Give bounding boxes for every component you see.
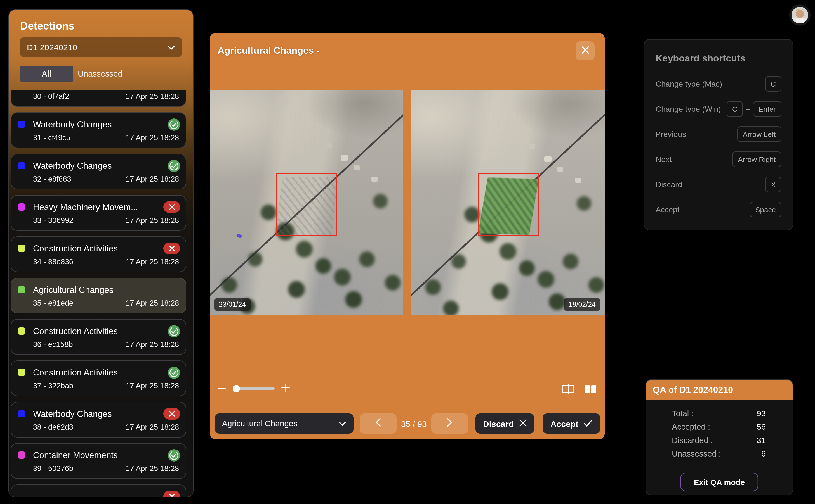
detection-type-label: Construction Activities — [33, 326, 168, 336]
type-color-swatch — [18, 121, 25, 128]
detection-bounding-box — [478, 173, 539, 236]
detection-list-item[interactable]: Agricultural Changes 35 - e81ede 17 Apr … — [11, 278, 186, 313]
zoom-slider-thumb[interactable] — [233, 385, 240, 392]
side-by-side-view-icon[interactable] — [583, 382, 598, 396]
after-date-label: 18/02/24 — [564, 298, 600, 311]
type-color-swatch — [18, 451, 25, 459]
keycap: X — [766, 177, 781, 192]
detection-item-meta-row: 38 - de62d3 17 Apr 25 18:28 — [33, 423, 179, 431]
accepted-status-icon — [168, 325, 180, 337]
shortcut-row: Previous Arrow Left — [656, 125, 781, 144]
shortcut-label: Previous — [656, 130, 686, 139]
exit-qa-mode-button[interactable]: Exit QA mode — [681, 473, 759, 491]
detection-list-item[interactable]: 30 - 0f7af2 17 Apr 25 18:28 — [11, 90, 186, 107]
detection-item-title-row: Waterbody Changes — [18, 118, 180, 131]
shortcut-row: Change type (Win) C+Enter — [656, 99, 781, 118]
accepted-status-icon — [168, 449, 180, 461]
chevron-left-icon — [375, 418, 381, 429]
after-satellite-image[interactable]: 18/02/24 — [411, 90, 605, 315]
zoom-out-icon[interactable] — [218, 384, 227, 395]
detection-id: 35 - e81ede — [33, 299, 73, 307]
tab-all[interactable]: All — [20, 66, 73, 82]
shortcut-label: Next — [656, 155, 672, 164]
detections-list: 30 - 0f7af2 17 Apr 25 18:28 Waterbody Ch… — [11, 90, 186, 497]
accepted-status-icon — [168, 118, 180, 130]
detection-list-item[interactable]: Heavy Machinery Movem... 33 - 306992 17 … — [11, 195, 186, 231]
detection-type-label: Construction Activities — [33, 243, 163, 253]
user-avatar[interactable] — [789, 4, 811, 26]
close-button[interactable] — [575, 41, 594, 60]
discarded-status-icon — [163, 243, 180, 254]
close-icon — [581, 46, 589, 56]
detection-item-title-row: Agricultural Changes — [18, 283, 180, 296]
detection-type-label: Heavy Machinery Movem... — [33, 202, 163, 212]
accept-button-label: Accept — [550, 419, 578, 428]
detection-viewer-modal: Agricultural Changes - 23/01/24 18/02 — [210, 33, 605, 439]
detection-list-item[interactable]: Waterbody Changes 38 - de62d3 17 Apr 25 … — [11, 402, 186, 438]
detection-list-item[interactable]: Construction Activities 36 - ec158b 17 A… — [11, 319, 186, 355]
detection-list-item[interactable] — [11, 484, 186, 497]
swipe-view-icon[interactable] — [561, 382, 575, 396]
shortcuts-title: Keyboard shortcuts — [656, 53, 781, 64]
dataset-select[interactable]: D1 20240210 — [20, 37, 182, 57]
before-satellite-image[interactable]: 23/01/24 — [210, 90, 403, 315]
shortcut-label: Change type (Mac) — [656, 79, 722, 88]
sidebar-title: Detections — [20, 20, 74, 32]
qa-summary-panel: QA of D1 20240210 Total : 93 Accepted : … — [646, 379, 793, 495]
accept-button[interactable]: Accept — [542, 413, 600, 434]
detection-item-meta-row: 33 - 306992 17 Apr 25 18:28 — [33, 216, 179, 225]
detection-list-item[interactable]: Construction Activities 34 - 88e836 17 A… — [11, 236, 186, 272]
key-separator: + — [746, 105, 750, 113]
qa-panel-title: QA of D1 20240210 — [646, 380, 793, 400]
detection-list-item[interactable]: Construction Activities 37 - 322bab 17 A… — [11, 360, 186, 396]
detection-timestamp: 17 Apr 25 18:28 — [125, 299, 179, 307]
qa-stat-label: Accepted : — [672, 422, 710, 431]
zoom-slider-track[interactable] — [235, 387, 275, 390]
qa-stat-row: Discarded : 31 — [672, 436, 766, 445]
detection-item-meta-row: 37 - 322bab 17 Apr 25 18:28 — [33, 382, 179, 390]
avatar-photo — [791, 6, 809, 24]
detection-list-item[interactable]: Waterbody Changes 31 - cf49c5 17 Apr 25 … — [11, 112, 186, 148]
shortcut-label: Change type (Win) — [656, 104, 721, 113]
discard-button[interactable]: Discard — [475, 413, 534, 434]
shortcut-row: Accept Space — [656, 200, 781, 219]
type-color-swatch — [18, 203, 25, 211]
detection-list-item[interactable]: Container Movements 39 - 50276b 17 Apr 2… — [11, 443, 186, 479]
qa-stat-row: Accepted : 56 — [672, 422, 766, 431]
detection-timestamp: 17 Apr 25 18:28 — [125, 134, 179, 142]
change-type-select[interactable]: Agricultural Changes — [215, 413, 354, 434]
detection-item-title-row: Construction Activities — [18, 325, 180, 337]
buildings — [411, 90, 416, 94]
keycap: Arrow Left — [737, 126, 782, 142]
previous-detection-button[interactable] — [360, 413, 397, 434]
detection-id: 32 - e8f883 — [33, 175, 71, 183]
shortcuts-rows: Change type (Mac) C Change type (Win) C+… — [656, 74, 781, 219]
discarded-status-icon — [163, 491, 180, 497]
zoom-in-icon[interactable] — [280, 382, 292, 396]
detection-type-label: Construction Activities — [33, 367, 168, 377]
qa-stat-label: Unassessed : — [672, 449, 721, 458]
detection-bounding-box — [276, 173, 337, 236]
next-detection-button[interactable] — [431, 413, 468, 434]
shortcut-row: Discard X — [656, 175, 781, 194]
detection-timestamp: 17 Apr 25 18:28 — [125, 464, 179, 473]
detection-timestamp: 17 Apr 25 18:28 — [125, 216, 179, 225]
detection-type-label: Agricultural Changes — [33, 285, 180, 295]
type-color-swatch — [18, 327, 25, 335]
shortcut-row: Change type (Mac) C — [656, 74, 781, 93]
detection-item-title-row: Waterbody Changes — [18, 407, 180, 420]
change-type-value: Agricultural Changes — [222, 419, 297, 428]
buildings — [210, 90, 215, 94]
keyboard-shortcuts-panel: Keyboard shortcuts Change type (Mac) C C… — [644, 39, 793, 230]
detection-item-meta-row: 35 - e81ede 17 Apr 25 18:28 — [33, 299, 179, 307]
tab-unassessed[interactable]: Unassessed — [73, 66, 127, 82]
type-color-swatch — [18, 286, 25, 293]
qa-stats: Total : 93 Accepted : 56 Discarded : 31 … — [672, 409, 766, 458]
viewer-action-bar: Agricultural Changes 35 / 93 Discard — [210, 413, 605, 434]
detection-list-item[interactable]: Waterbody Changes 32 - e8f883 17 Apr 25 … — [11, 154, 186, 189]
type-color-swatch — [18, 410, 25, 417]
detection-timestamp: 17 Apr 25 18:28 — [125, 382, 179, 390]
shortcut-label: Accept — [656, 205, 680, 214]
chevron-down-icon — [338, 419, 346, 428]
zoom-controls — [210, 379, 605, 398]
